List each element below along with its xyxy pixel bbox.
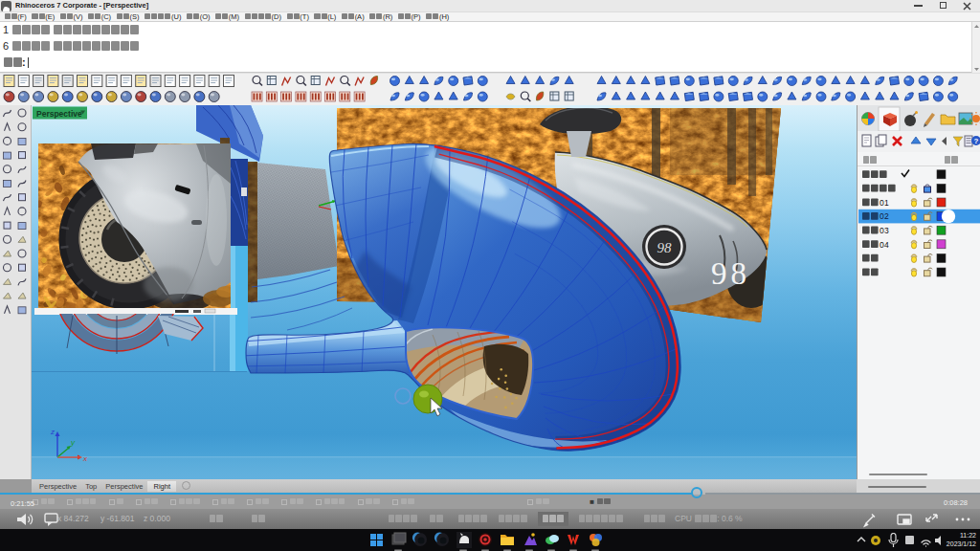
svg-text:98: 98 <box>711 256 750 291</box>
svg-text:2: 2 <box>884 211 889 221</box>
svg-text:z: z <box>50 428 55 436</box>
svg-text:4: 4 <box>884 240 889 250</box>
svg-text:?: ? <box>974 137 979 145</box>
svg-text:1: 1 <box>884 198 889 208</box>
svg-text:Perspective: Perspective <box>36 109 82 119</box>
svg-text:3: 3 <box>884 226 889 235</box>
svg-text:98: 98 <box>657 240 673 255</box>
